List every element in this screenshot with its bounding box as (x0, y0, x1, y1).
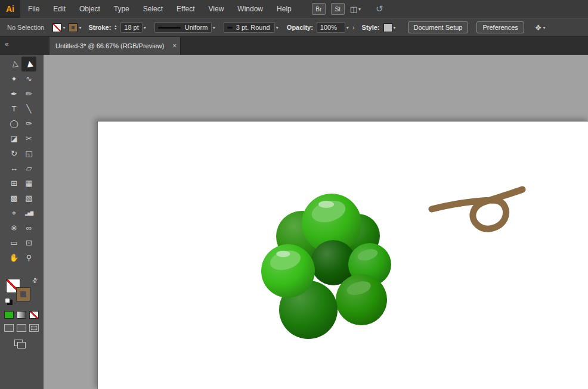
symbol-sprayer-icon: ※ (11, 223, 17, 232)
lasso-icon: ∿ (26, 74, 32, 83)
tool-column-graph[interactable]: ▂▅▇ (21, 206, 36, 220)
tool-gradient[interactable]: ▧ (21, 191, 36, 206)
tool-selection[interactable]: ▶ (21, 57, 36, 71)
draw-behind-button[interactable] (17, 324, 26, 332)
chevron-down-icon: ▾ (63, 25, 65, 30)
tool-free-transform[interactable]: ▱ (21, 161, 36, 176)
tool-zoom[interactable]: ⚲ (21, 250, 36, 265)
tool-symbol-sprayer[interactable]: ※ (7, 220, 21, 235)
tool-width[interactable]: ↔ (7, 161, 21, 176)
document-tab-bar: « Untitled-3* @ 66.67% (RGB/Preview) × (0, 37, 588, 55)
menu-file[interactable]: File (28, 5, 39, 13)
free-transform-icon: ▱ (26, 164, 32, 173)
opacity-select[interactable]: 100% ▾ (317, 22, 349, 33)
control-bar: No Selection ▾ ▾ Stroke: ▴▾ 18 pt ▾ Unif… (0, 18, 588, 37)
fill-color-control[interactable]: ▾ (52, 23, 65, 32)
ellipse-icon: ◯ (10, 119, 18, 128)
arrange-documents-button[interactable]: ◫ ▾ (350, 5, 361, 14)
tool-paintbrush[interactable]: ✑ (21, 116, 36, 131)
tool-artboard[interactable]: ▭ (7, 235, 21, 250)
brush-definition-select[interactable]: 3 pt. Round ▾ (224, 22, 278, 33)
tool-mesh[interactable]: ▩ (7, 191, 21, 206)
bridge-button[interactable]: Br (312, 3, 326, 15)
tool-hand[interactable]: ✋ (7, 250, 21, 265)
tool-eraser[interactable]: ◪ (7, 131, 21, 146)
collapse-panels-button[interactable]: « (5, 40, 9, 48)
line-segment-icon: ╲ (27, 104, 32, 113)
apply-color-button[interactable] (4, 311, 14, 319)
menu-object[interactable]: Object (79, 5, 100, 13)
swap-fill-stroke-icon[interactable]: ⇄ (30, 276, 39, 285)
stroke-weight-select[interactable]: 18 pt ▾ (120, 22, 146, 33)
tool-scale[interactable]: ◱ (21, 146, 36, 161)
tool-magic-wand[interactable]: ✦ (7, 71, 21, 86)
stroke-color-swatch-icon (69, 23, 78, 32)
stroke-weight-label: Stroke: (88, 24, 111, 31)
menu-bar: Ai FileEditObjectTypeSelectEffectViewWin… (0, 0, 588, 18)
artboard[interactable] (97, 121, 588, 389)
tool-lasso[interactable]: ∿ (21, 71, 36, 86)
menu-list: FileEditObjectTypeSelectEffectViewWindow… (28, 5, 292, 13)
document-tab-title: Untitled-3* @ 66.67% (RGB/Preview) (55, 42, 164, 49)
tool-perspective-grid[interactable]: ▦ (21, 176, 36, 191)
brush-preview-icon (227, 27, 233, 29)
gradient-icon: ▧ (25, 194, 32, 203)
stroke-weight-value: 18 pt (120, 22, 142, 33)
default-fill-stroke-icon[interactable] (5, 298, 13, 305)
canvas-area[interactable] (44, 55, 588, 389)
tool-rotate[interactable]: ↻ (7, 146, 21, 161)
close-tab-icon[interactable]: × (172, 42, 177, 50)
tools-panel: ▷▶✦∿✒✏T╲◯✑◪✂↻◱↔▱⊞▦▩▧⌖▂▅▇※∞▭⊡✋⚲ ⇄ (0, 55, 44, 389)
tool-blend[interactable]: ∞ (21, 220, 36, 235)
menu-effect[interactable]: Effect (177, 5, 194, 13)
tool-line-segment[interactable]: ╲ (21, 101, 36, 116)
rotate-icon: ↻ (11, 149, 17, 158)
brush-definition-value: 3 pt. Round (236, 24, 270, 31)
apply-gradient-button[interactable] (17, 311, 26, 319)
opacity-value: 100% (317, 22, 345, 33)
drawing-modes-row (4, 324, 39, 332)
menu-edit[interactable]: Edit (53, 5, 66, 13)
style-select[interactable]: ▾ (383, 23, 396, 32)
tool-scissors[interactable]: ✂ (21, 131, 36, 146)
screen-mode-button[interactable] (14, 340, 25, 348)
tool-eyedropper[interactable]: ⌖ (7, 206, 21, 220)
document-tab[interactable]: Untitled-3* @ 66.67% (RGB/Preview) × (49, 37, 181, 55)
arrange-button[interactable]: ❖ ▾ (535, 23, 546, 32)
blend-icon: ∞ (26, 223, 32, 232)
tool-slice[interactable]: ⊡ (21, 235, 36, 250)
menu-view[interactable]: View (209, 5, 224, 13)
selection-status: No Selection (7, 24, 44, 31)
stroke-profile-preview-icon (158, 27, 181, 29)
chevron-down-icon: ▾ (144, 25, 146, 30)
tool-grid: ▷▶✦∿✒✏T╲◯✑◪✂↻◱↔▱⊞▦▩▧⌖▂▅▇※∞▭⊡✋⚲ (7, 57, 36, 265)
direct-selection-icon: ▷ (9, 60, 19, 67)
preferences-button[interactable]: Preferences (476, 21, 524, 33)
tool-type[interactable]: T (7, 101, 21, 116)
apply-none-button[interactable] (29, 311, 39, 319)
stroke-weight-stepper[interactable]: ▴▾ (114, 24, 116, 30)
document-setup-button[interactable]: Document Setup (408, 21, 469, 33)
stroke-color-control[interactable]: ▾ (69, 23, 81, 32)
chevron-down-icon: ▾ (213, 25, 215, 30)
eraser-icon: ◪ (10, 134, 17, 143)
opacity-panel-arrow[interactable]: › (352, 24, 355, 31)
menu-window[interactable]: Window (237, 5, 263, 13)
draw-normal-button[interactable] (4, 324, 14, 332)
tool-direct-selection[interactable]: ▷ (7, 57, 21, 71)
stroke-indicator[interactable] (16, 287, 30, 301)
draw-inside-button[interactable] (29, 324, 39, 332)
menu-select[interactable]: Select (143, 5, 163, 13)
pen-icon: ✒ (11, 89, 17, 98)
tool-ellipse[interactable]: ◯ (7, 116, 21, 131)
stroke-profile-select[interactable]: Uniform ▾ (154, 22, 215, 33)
menu-help[interactable]: Help (277, 5, 292, 13)
stock-button[interactable]: St (331, 3, 345, 15)
tool-pencil[interactable]: ✏ (21, 86, 36, 101)
tool-shape-builder[interactable]: ⊞ (7, 176, 21, 191)
share-icon[interactable]: ↺ (376, 4, 383, 14)
menu-type[interactable]: Type (114, 5, 129, 13)
magic-wand-icon: ✦ (11, 74, 17, 83)
tool-pen[interactable]: ✒ (7, 86, 21, 101)
shape-builder-icon: ⊞ (11, 179, 17, 188)
